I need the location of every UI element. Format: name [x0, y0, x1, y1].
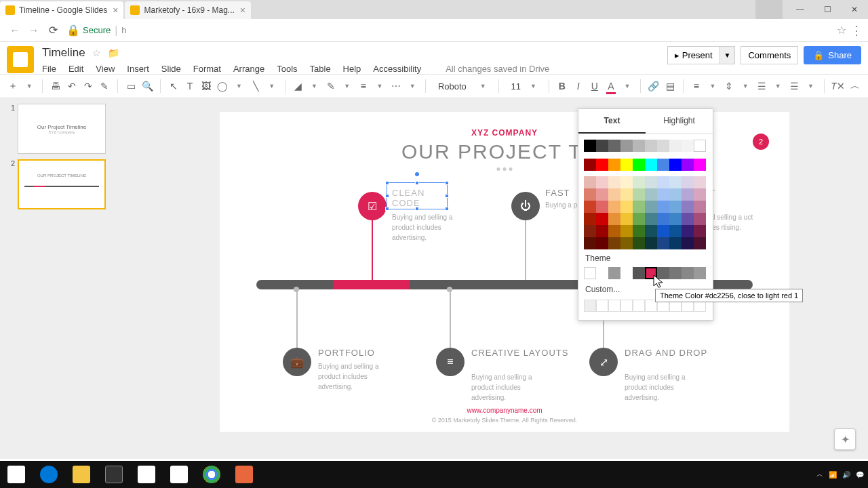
- color-swatch[interactable]: [584, 267, 596, 279]
- color-swatch[interactable]: [633, 188, 645, 201]
- comments-button[interactable]: Comments: [741, 46, 798, 64]
- color-swatch[interactable]: [645, 159, 657, 171]
- color-swatch[interactable]: [669, 225, 682, 237]
- color-swatch[interactable]: [620, 140, 633, 152]
- color-swatch[interactable]: [633, 201, 645, 213]
- volume-icon[interactable]: 🔊: [842, 471, 850, 479]
- bold-button[interactable]: B: [556, 78, 568, 94]
- color-swatch[interactable]: [657, 159, 669, 171]
- color-swatch[interactable]: [584, 213, 596, 225]
- new-slide-button[interactable]: ＋: [7, 78, 19, 94]
- zoom-fit-button[interactable]: ▭: [125, 78, 137, 94]
- explore-button[interactable]: ✦: [834, 428, 856, 450]
- color-swatch[interactable]: [620, 213, 633, 225]
- color-swatch[interactable]: [608, 300, 620, 312]
- underline-button[interactable]: U: [589, 78, 601, 94]
- mail-icon[interactable]: [163, 461, 195, 488]
- slide-thumbnail-2[interactable]: OUR PROJECT TIMELINE: [18, 159, 106, 209]
- color-swatch[interactable]: [596, 140, 608, 152]
- color-swatch[interactable]: [584, 201, 596, 213]
- color-swatch[interactable]: [645, 201, 657, 213]
- color-swatch[interactable]: [669, 140, 682, 152]
- company-label[interactable]: XYZ COMPANY: [471, 128, 538, 138]
- color-swatch[interactable]: [669, 188, 682, 201]
- color-swatch[interactable]: [620, 188, 633, 201]
- color-swatch[interactable]: [596, 159, 608, 171]
- color-swatch[interactable]: [694, 140, 706, 152]
- color-swatch[interactable]: [608, 201, 620, 213]
- rotate-handle[interactable]: [415, 172, 419, 176]
- color-swatch[interactable]: [620, 237, 633, 249]
- select-tool[interactable]: ↖: [167, 78, 180, 94]
- color-swatch[interactable]: [657, 201, 669, 213]
- color-swatch[interactable]: [608, 188, 620, 201]
- color-swatch[interactable]: [608, 267, 620, 279]
- menu-insert[interactable]: Insert: [127, 64, 149, 74]
- color-swatch[interactable]: [669, 267, 682, 279]
- image-tool[interactable]: 🖼: [200, 78, 212, 94]
- menu-tools[interactable]: Tools: [277, 64, 297, 74]
- collapse-toolbar-button[interactable]: ︿: [849, 78, 861, 94]
- color-swatch[interactable]: [596, 225, 608, 237]
- item-portfolio-body[interactable]: Buying and selling a product includes ad…: [318, 361, 399, 392]
- color-swatch[interactable]: [620, 225, 633, 237]
- color-swatch[interactable]: [645, 267, 657, 279]
- menu-view[interactable]: View: [96, 64, 115, 74]
- color-swatch[interactable]: [682, 267, 694, 279]
- insert-link-button[interactable]: 🔗: [648, 78, 660, 94]
- numbered-list-button[interactable]: ☰: [755, 78, 768, 94]
- slides-logo[interactable]: [7, 46, 34, 73]
- present-button[interactable]: ▸ Present: [667, 46, 720, 64]
- item-drag-title[interactable]: DRAG AND DROP: [625, 348, 707, 358]
- menu-file[interactable]: File: [42, 64, 56, 74]
- color-swatch[interactable]: [657, 267, 669, 279]
- color-swatch[interactable]: [682, 159, 694, 171]
- color-swatch[interactable]: [608, 176, 620, 188]
- color-swatch[interactable]: [645, 225, 657, 237]
- chrome-icon[interactable]: [195, 461, 228, 488]
- reload-button[interactable]: ⟳: [43, 21, 62, 40]
- bookmark-star-icon[interactable]: ☆: [837, 24, 846, 37]
- insert-comment-button[interactable]: ▤: [664, 78, 676, 94]
- color-swatch[interactable]: [608, 225, 620, 237]
- color-swatch[interactable]: [657, 225, 669, 237]
- start-button[interactable]: [0, 461, 33, 488]
- color-swatch[interactable]: [633, 213, 645, 225]
- close-window-button[interactable]: ✕: [841, 0, 868, 19]
- color-swatch[interactable]: [682, 201, 694, 213]
- color-swatch[interactable]: [669, 237, 682, 249]
- item-fast-title[interactable]: FAST: [545, 188, 570, 198]
- color-swatch[interactable]: [608, 237, 620, 249]
- color-swatch[interactable]: [608, 159, 620, 171]
- redo-button[interactable]: ↷: [82, 78, 94, 94]
- share-button[interactable]: 🔒 Share: [804, 46, 861, 64]
- color-swatch[interactable]: [682, 237, 694, 249]
- color-tab-text[interactable]: Text: [578, 109, 646, 134]
- color-swatch[interactable]: [657, 213, 669, 225]
- menu-arrange[interactable]: Arrange: [233, 64, 264, 74]
- back-button[interactable]: ←: [5, 21, 24, 40]
- color-swatch[interactable]: [584, 225, 596, 237]
- fill-color-button[interactable]: ◢: [292, 78, 304, 94]
- color-swatch[interactable]: [657, 176, 669, 188]
- close-icon[interactable]: ×: [113, 5, 118, 16]
- color-swatch[interactable]: [682, 188, 694, 201]
- color-swatch[interactable]: [596, 176, 608, 188]
- item-clean-body[interactable]: Buying and selling a product includes ad…: [392, 212, 473, 243]
- new-slide-dropdown[interactable]: ▼: [23, 78, 35, 94]
- italic-button[interactable]: I: [572, 78, 585, 94]
- color-swatch[interactable]: [633, 176, 645, 188]
- color-swatch[interactable]: [633, 225, 645, 237]
- color-swatch[interactable]: [584, 176, 596, 188]
- item-creative-body[interactable]: Buying and selling a product includes ad…: [471, 372, 553, 403]
- menu-slide[interactable]: Slide: [161, 64, 181, 74]
- tray-up-icon[interactable]: ︿: [816, 470, 823, 479]
- present-dropdown[interactable]: ▼: [720, 46, 736, 64]
- bulleted-list-button[interactable]: ☰: [788, 78, 800, 94]
- color-swatch[interactable]: [682, 140, 694, 152]
- color-swatch[interactable]: [584, 188, 596, 201]
- color-swatch[interactable]: [645, 237, 657, 249]
- color-swatch[interactable]: [584, 159, 596, 171]
- menu-accessibility[interactable]: Accessibility: [373, 64, 421, 74]
- color-swatch[interactable]: [657, 188, 669, 201]
